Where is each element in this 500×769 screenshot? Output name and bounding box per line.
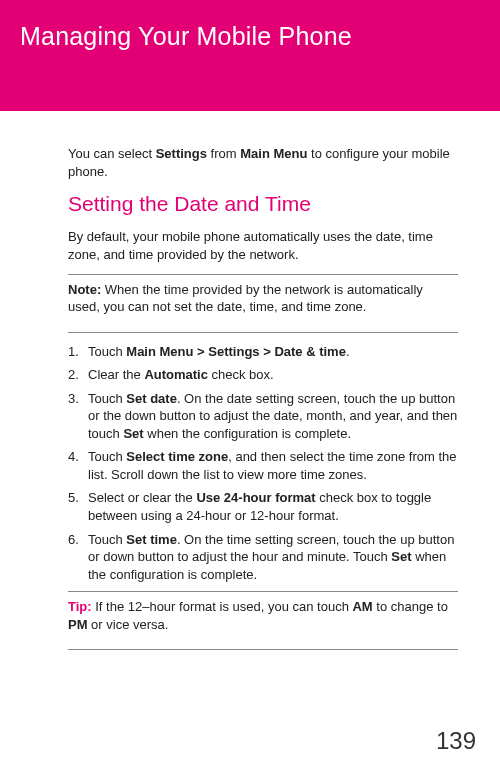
text: Select or clear the bbox=[88, 490, 196, 505]
note-label: Note: bbox=[68, 282, 105, 297]
text: from bbox=[207, 146, 240, 161]
page: Managing Your Mobile Phone You can selec… bbox=[0, 0, 500, 769]
text: . bbox=[346, 344, 350, 359]
chapter-title: Managing Your Mobile Phone bbox=[20, 22, 480, 51]
text: when the configuration is complete. bbox=[144, 426, 351, 441]
bold-pm: PM bbox=[68, 617, 88, 632]
list-item: Clear the Automatic check box. bbox=[68, 366, 458, 384]
list-item: Touch Set time. On the time setting scre… bbox=[68, 531, 458, 584]
text: Touch bbox=[88, 391, 126, 406]
bold-set: Set bbox=[123, 426, 143, 441]
text: If the 12–hour format is used, you can t… bbox=[95, 599, 352, 614]
intro-paragraph: You can select Settings from Main Menu t… bbox=[68, 145, 458, 180]
bold-set: Set bbox=[391, 549, 411, 564]
text: check box. bbox=[208, 367, 274, 382]
tip-block: Tip: If the 12–hour format is used, you … bbox=[68, 591, 458, 650]
text: Touch bbox=[88, 449, 126, 464]
list-item: Touch Select time zone, and then select … bbox=[68, 448, 458, 483]
text: Touch bbox=[88, 532, 126, 547]
tip-paragraph: Tip: If the 12–hour format is used, you … bbox=[68, 598, 458, 633]
bold-main-menu: Main Menu bbox=[240, 146, 307, 161]
list-item: Touch Set date. On the date setting scre… bbox=[68, 390, 458, 443]
text: Touch bbox=[88, 344, 126, 359]
list-item: Touch Main Menu > Settings > Date & time… bbox=[68, 343, 458, 361]
text: to change to bbox=[373, 599, 448, 614]
list-item: Select or clear the Use 24-hour format c… bbox=[68, 489, 458, 524]
text: Clear the bbox=[88, 367, 144, 382]
chapter-banner: Managing Your Mobile Phone bbox=[0, 0, 500, 111]
note-text: When the time provided by the network is… bbox=[68, 282, 423, 315]
bold-set-date: Set date bbox=[126, 391, 177, 406]
text: or vice versa. bbox=[88, 617, 169, 632]
default-text: By default, your mobile phone automatica… bbox=[68, 228, 458, 263]
bold-am: AM bbox=[352, 599, 372, 614]
page-number: 139 bbox=[436, 727, 476, 755]
steps-list: Touch Main Menu > Settings > Date & time… bbox=[68, 343, 458, 584]
bold-path: Main Menu > Settings > Date & time bbox=[126, 344, 346, 359]
bold-automatic: Automatic bbox=[144, 367, 208, 382]
text: You can select bbox=[68, 146, 156, 161]
note-block: Note: When the time provided by the netw… bbox=[68, 274, 458, 333]
bold-settings: Settings bbox=[156, 146, 207, 161]
bold-set-time: Set time bbox=[126, 532, 177, 547]
content-area: You can select Settings from Main Menu t… bbox=[0, 111, 500, 650]
bold-select-time-zone: Select time zone bbox=[126, 449, 228, 464]
bold-24h-format: Use 24-hour format bbox=[196, 490, 315, 505]
note-paragraph: Note: When the time provided by the netw… bbox=[68, 281, 458, 316]
tip-label: Tip: bbox=[68, 599, 95, 614]
section-heading: Setting the Date and Time bbox=[68, 190, 458, 218]
